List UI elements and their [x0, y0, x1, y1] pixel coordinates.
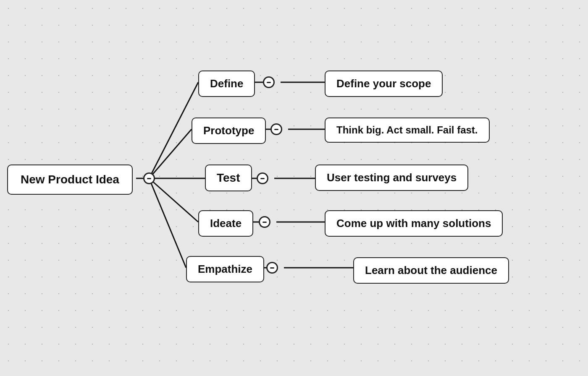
ideate-connector-dot: [259, 216, 270, 228]
svg-line-1: [149, 82, 198, 178]
svg-line-4: [149, 178, 198, 222]
prototype-connector-dot: [270, 123, 282, 135]
empathize-desc-node[interactable]: Learn about the audience: [353, 257, 509, 284]
test-desc-node[interactable]: User testing and surveys: [315, 164, 468, 191]
ideate-node[interactable]: Ideate: [198, 210, 253, 237]
ideate-desc-node[interactable]: Come up with many solutions: [325, 210, 503, 237]
empathize-desc-label: Learn about the audience: [365, 264, 497, 277]
empathize-node[interactable]: Empathize: [186, 256, 264, 282]
prototype-label: Prototype: [203, 124, 254, 137]
empathize-connector-dot: [266, 262, 278, 274]
define-node[interactable]: Define: [198, 70, 255, 97]
define-label: Define: [210, 77, 243, 90]
define-desc-label: Define your scope: [336, 77, 431, 90]
prototype-node[interactable]: Prototype: [192, 118, 266, 144]
ideate-desc-label: Come up with many solutions: [336, 217, 491, 230]
define-desc-node[interactable]: Define your scope: [325, 70, 443, 97]
ideate-label: Ideate: [210, 217, 242, 230]
define-connector-dot: [263, 76, 275, 88]
prototype-desc-node[interactable]: Think big. Act small. Fail fast.: [325, 118, 490, 143]
test-connector-dot: [257, 172, 268, 184]
test-node[interactable]: Test: [205, 164, 252, 191]
svg-line-5: [149, 178, 186, 268]
test-desc-label: User testing and surveys: [327, 171, 457, 184]
root-node[interactable]: New Product Idea: [7, 164, 133, 195]
root-label: New Product Idea: [21, 173, 119, 186]
test-label: Test: [217, 171, 240, 185]
svg-line-2: [149, 129, 192, 178]
mind-map-diagram: New Product Idea Define Prototype Test I…: [0, 0, 588, 376]
prototype-desc-label: Think big. Act small. Fail fast.: [336, 124, 478, 136]
empathize-label: Empathize: [198, 263, 252, 276]
root-connector-dot: [143, 172, 155, 184]
